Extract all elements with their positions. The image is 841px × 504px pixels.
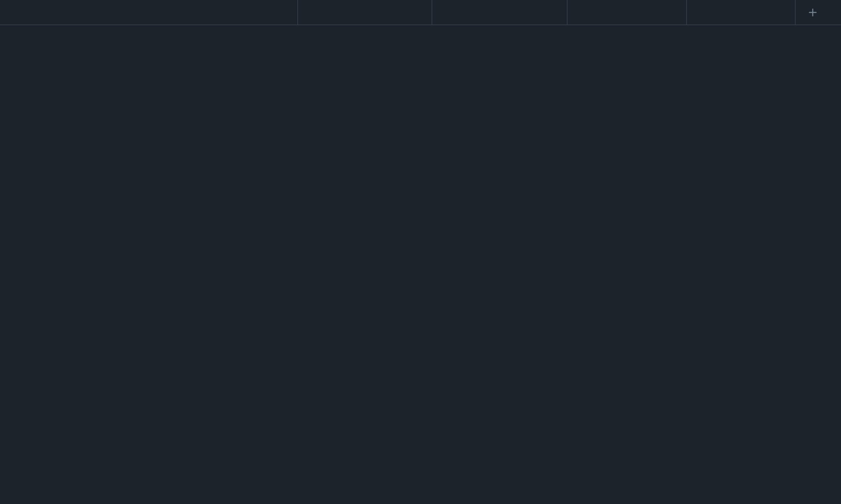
- project-table: [0, 0, 841, 25]
- add-column-button[interactable]: [795, 0, 841, 24]
- plus-icon: [808, 7, 818, 17]
- column-header-milestones[interactable]: [686, 0, 795, 24]
- column-header-area[interactable]: [297, 0, 432, 24]
- column-header-status[interactable]: [567, 0, 686, 24]
- table-header: [0, 0, 841, 25]
- column-header-title[interactable]: [0, 0, 297, 24]
- column-header-contact[interactable]: [432, 0, 567, 24]
